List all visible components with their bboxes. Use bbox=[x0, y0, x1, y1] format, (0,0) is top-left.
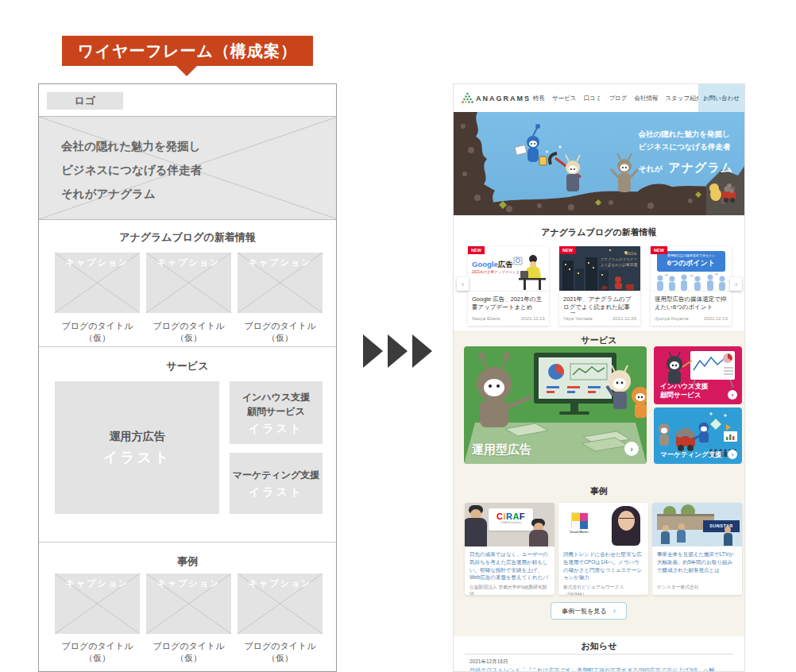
arrow-right-icon bbox=[388, 334, 408, 368]
thumb-brand-google: Google bbox=[472, 260, 498, 268]
wireframe-illustration-label: イラスト bbox=[249, 485, 303, 500]
nav-item-blog[interactable]: ブログ bbox=[609, 95, 627, 102]
person-face bbox=[725, 527, 731, 533]
nav-item-staff[interactable]: スタッフ紹介 bbox=[665, 95, 701, 102]
wireframe-divider bbox=[39, 542, 336, 543]
wireframe-service-sub2-label: マーケティング支援 bbox=[233, 468, 320, 482]
nav-item-reviews[interactable]: 口コミ bbox=[584, 95, 602, 102]
carousel-prev-icon[interactable]: ‹ bbox=[457, 277, 469, 291]
desk-worker-illustration bbox=[512, 249, 549, 292]
blog-card[interactable]: NEW 運用型広告の媒体選定で抑えたい 6つのポイント bbox=[651, 246, 732, 326]
visualworks-logo bbox=[571, 512, 587, 528]
case-card-photo: CiRAF CiRA Foundation bbox=[465, 503, 554, 546]
wireframe-caption-label: キャプション bbox=[238, 577, 323, 589]
carousel-next-icon[interactable]: › bbox=[730, 277, 742, 291]
wireframe-service-sub1-placeholder: インハウス支援 顧問サービス イラスト bbox=[230, 381, 323, 444]
case-card[interactable]: CiRAF CiRA Foundation 目先の成果ではなく、ユーザーの気持ち… bbox=[465, 503, 554, 595]
service-card-marketing-support[interactable]: マーケティング支援 › bbox=[654, 407, 742, 464]
blog-card-date: 2021.12.21 bbox=[521, 316, 545, 321]
case-card-photo: Visual Works bbox=[558, 503, 648, 546]
visualworks-logo-text: Visual Works bbox=[562, 531, 597, 534]
site-header: ANAGRAMS 特長 サービス 口コミ ブログ 会社情報 スタッフ紹介 採用情… bbox=[454, 84, 744, 112]
blog-card-author: Yaya Yamada bbox=[563, 316, 593, 321]
cases-section-heading: 事例 bbox=[454, 485, 744, 497]
site-brand[interactable]: ANAGRAMS bbox=[476, 95, 531, 102]
blog-section-heading: アナグラムブログの新着情報 bbox=[454, 226, 744, 238]
person-body bbox=[724, 533, 732, 546]
person-face bbox=[678, 523, 685, 530]
wireframe-cases-heading: 事例 bbox=[39, 554, 336, 569]
person-body bbox=[677, 530, 686, 543]
wireframe-services-heading: サービス bbox=[39, 359, 336, 373]
blog-card[interactable]: NEW 2021年 アナグラムのブログで よく読まれた記事20選 2021年、ア… bbox=[559, 246, 640, 326]
case-card[interactable]: Visual Works 消費トレンドに合わせた堅実な広告運用でCPOは1/4へ… bbox=[558, 503, 648, 595]
news-date: 2021年12月16日 bbox=[469, 658, 508, 666]
case-card[interactable]: SUNSTAR 事業全体を見据えた施策でLTVが大幅改善。約5年間のお取り組みで… bbox=[652, 503, 742, 595]
wireframe-caption-label: キャプション bbox=[55, 577, 140, 589]
view-all-cases-button[interactable]: 事例一覧を見る › bbox=[551, 602, 627, 620]
chevron-right-icon: › bbox=[728, 450, 737, 459]
wireframe-case-thumb-placeholder: キャプション bbox=[55, 574, 140, 634]
comparison-diagram: ワイヤーフレーム（構成案） ロゴ 会社の隠れた魅力を発掘し ビジネスにつなげる伴… bbox=[0, 0, 796, 672]
blog-card-date: 2021.12.13 bbox=[704, 316, 728, 321]
case-card-text[interactable]: 消費トレンドに合わせた堅実な広告運用でCPOは1/4へ。ノウハウの確かさと円滑な… bbox=[558, 546, 648, 581]
wireframe-case-item-title: ブログのタイトル（仮） bbox=[238, 640, 323, 664]
blog-card-title[interactable]: Google 広告、2021年の主要アップデートまとめ bbox=[468, 292, 549, 313]
blog-card-thumbnail: NEW 運用型広告の媒体選定で抑えたい 6つのポイント bbox=[651, 246, 732, 292]
website-screenshot-panel: ANAGRAMS 特長 サービス 口コミ ブログ 会社情報 スタッフ紹介 採用情… bbox=[453, 83, 745, 672]
contact-button[interactable]: お問い合わせ bbox=[698, 84, 744, 112]
ciraf-logo: CiRAF bbox=[489, 512, 533, 521]
case-card-text[interactable]: 事業全体を見据えた施策でLTVが大幅改善。約5年間のお取り組みで醸成された顧客視… bbox=[652, 546, 742, 581]
people-sketch-illustration bbox=[654, 273, 728, 291]
nav-item-services[interactable]: サービス bbox=[552, 95, 577, 102]
wireframe-divider bbox=[39, 346, 336, 347]
case-card-text[interactable]: 目先の成果ではなく、ユーザーの気持ちを考えた広告運用が頼もしい。明確な指針で実績… bbox=[465, 546, 554, 581]
thumb-title: 6つのポイント bbox=[657, 258, 725, 268]
person-face bbox=[618, 511, 635, 531]
person-suit bbox=[529, 530, 548, 546]
wireframe-case-item-title: ブログのタイトル（仮） bbox=[146, 640, 231, 664]
news-divider bbox=[465, 654, 733, 655]
case-card-company: 株式会社ビジュアルワークス（SKIMA） bbox=[558, 581, 648, 595]
sunstar-sign: SUNSTAR bbox=[703, 520, 740, 532]
wireframe-service-sub2-placeholder: マーケティング支援 イラスト bbox=[230, 453, 323, 514]
view-all-cases-label: 事例一覧を見る bbox=[562, 607, 606, 616]
wireframe-label-pointer bbox=[176, 66, 197, 76]
blog-card-thumbnail: NEW Google広告 2021年の主要アップデートまとめ bbox=[468, 246, 549, 292]
blog-card-title[interactable]: 2021年、アナグラムのブログでよく読まれた記事20選 bbox=[559, 292, 640, 313]
glasses bbox=[619, 518, 634, 519]
case-card-company: サンスター株式会社 bbox=[652, 581, 742, 593]
wireframe-blog-thumb-placeholder: キャプション bbox=[238, 253, 323, 313]
service-card-ad-management[interactable]: 運用型広告 › bbox=[464, 346, 647, 464]
chevron-right-icon: › bbox=[613, 607, 616, 615]
service-card-inhouse-support[interactable]: インハウス支援 顧問サービス › bbox=[654, 346, 742, 404]
ciraf-sign: CiRAF CiRA Foundation bbox=[489, 508, 533, 531]
wireframe-case-item-title: ブログのタイトル（仮） bbox=[55, 640, 140, 664]
blog-card-meta: Yaya Yamada 2021.12.20 bbox=[559, 313, 640, 326]
hero-copy-lines: 会社の隠れた魅力を発掘し ビジネスにつなげる伴走者 bbox=[639, 128, 733, 153]
new-badge: NEW bbox=[468, 246, 485, 254]
services-section-heading: サービス bbox=[454, 334, 744, 346]
wireframe-illustration-label: イラスト bbox=[249, 422, 303, 436]
wireframe-blog-thumb-placeholder: キャプション bbox=[55, 253, 140, 313]
wireframe-panel: ロゴ 会社の隠れた魅力を発掘し ビジネスにつなげる伴走者 それがアナグラム アナ… bbox=[38, 83, 337, 672]
case-card-photo: SUNSTAR bbox=[652, 503, 742, 546]
news-section-heading: お知らせ bbox=[454, 640, 744, 652]
wireframe-blog-item-title: ブログのタイトル（仮） bbox=[146, 320, 231, 344]
hero-copy: 会社の隠れた魅力を発掘し ビジネスにつなげる伴走者 それが アナグラム bbox=[639, 128, 733, 176]
blog-card[interactable]: NEW Google広告 2021年の主要アップデートまとめ Google 広告… bbox=[468, 246, 549, 326]
person-face bbox=[663, 525, 669, 531]
hero-tagline-brand: アナグラム bbox=[668, 160, 733, 176]
blog-card-date: 2021.12.20 bbox=[612, 316, 636, 321]
wireframe-service-main-label: 運用方広告 bbox=[110, 428, 165, 445]
nav-item-company[interactable]: 会社情報 bbox=[634, 95, 658, 102]
blog-card-title[interactable]: 運用型広告の媒体選定で抑えたい6つのポイント bbox=[651, 292, 732, 313]
person-suit bbox=[465, 518, 487, 546]
blog-card-author: Jyunya Koyama bbox=[655, 316, 689, 321]
arrow-right-icon bbox=[363, 334, 383, 368]
wireframe-hero-copy: 会社の隠れた魅力を発掘し ビジネスにつなげる伴走者 それがアナグラム bbox=[61, 134, 202, 206]
anagrams-logo-icon[interactable] bbox=[462, 92, 473, 103]
wireframe-logo-placeholder: ロゴ bbox=[47, 92, 123, 110]
nav-item-features[interactable]: 特長 bbox=[533, 95, 545, 102]
news-link[interactable]: 日経クロストレンド「『これは広告です』老舗町工場が正直すぎるSNS広告で売り上げ… bbox=[469, 666, 732, 672]
